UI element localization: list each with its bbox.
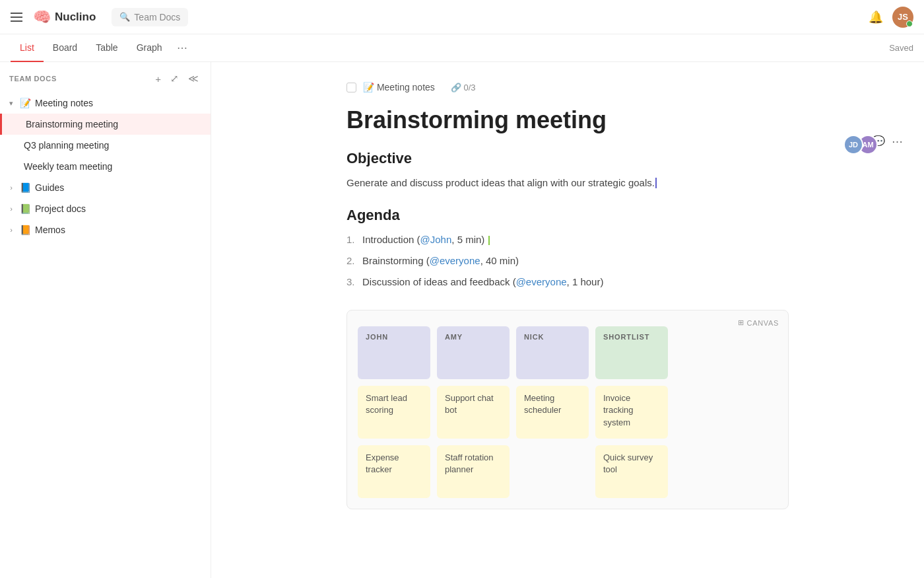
sidebar-item-meeting-notes[interactable]: ▾ 📝 Meeting notes (0, 92, 211, 114)
content-inner: 📝 Meeting notes 🔗 0/3 JD AM 💬 ⋯ Brainsto… (320, 62, 815, 536)
canvas-col-amy: AMY (437, 326, 510, 379)
sidebar-item-weekly[interactable]: Weekly team meeting (0, 156, 211, 177)
canvas-label-text: CANVAS (747, 319, 779, 327)
collaborator-avatar-1[interactable]: JD (843, 135, 863, 155)
sidebar: TEAM DOCS + ⤢ ≪ ▾ 📝 Meeting notes Brains… (0, 62, 211, 578)
expand-button[interactable]: ⤢ (168, 71, 182, 86)
progress-value: 0/3 (463, 83, 475, 92)
bell-icon[interactable]: 🔔 (869, 10, 883, 24)
agenda-list: 1. Introduction (@John, 5 min) 2. Brains… (346, 232, 789, 290)
canvas-grid: JOHN AMY NICK SHORTLIST Smart lead scori… (358, 326, 777, 498)
canvas-card-2-2[interactable]: Staff rotation planner (437, 445, 510, 498)
canvas-card-1-1[interactable]: Smart lead scoring (358, 386, 430, 439)
doc-title: Brainstorming meeting (346, 106, 789, 134)
agenda-item-3-text: Discussion of ideas and feedback (@every… (362, 274, 603, 290)
search-icon: 🔍 (119, 12, 130, 22)
user-avatar[interactable]: JS (892, 7, 913, 28)
canvas-col-nick: NICK (516, 326, 589, 379)
collaborator-avatars: JD AM (843, 135, 878, 155)
chevron-right-icon-3: › (7, 226, 16, 234)
hamburger-menu[interactable] (11, 13, 22, 22)
doc-progress: 🔗 0/3 (451, 83, 476, 92)
chevron-right-icon: › (7, 184, 16, 192)
search-placeholder: Team Docs (134, 12, 180, 22)
sidebar-header: TEAM DOCS + ⤢ ≪ (0, 62, 211, 92)
agenda-item-2-text: Brainstorming (@everyone, 40 min) (362, 253, 519, 269)
meeting-notes-icon: 📝 (20, 98, 31, 108)
text-cursor (655, 178, 657, 188)
agenda-item-2: 2. Brainstorming (@everyone, 40 min) (346, 253, 789, 269)
search-bar[interactable]: 🔍 Team Docs (112, 8, 188, 26)
canvas-col-john: JOHN (358, 326, 430, 379)
projectdocs-icon: 📗 (20, 203, 31, 214)
logo-icon: 🧠 (33, 9, 51, 26)
tab-table[interactable]: Table (86, 34, 127, 62)
collapse-button[interactable]: ≪ (185, 71, 201, 86)
breadcrumb-label: Meeting notes (377, 82, 435, 92)
canvas-label: ⊞ CANVAS (738, 318, 779, 327)
sidebar-item-q3planning-label: Q3 planning meeting (24, 140, 201, 151)
doc-header: 📝 Meeting notes 🔗 0/3 (346, 82, 789, 92)
add-item-button[interactable]: + (152, 72, 164, 86)
canvas-card-2-1[interactable]: Expense tracker (358, 445, 430, 498)
sidebar-item-weekly-label: Weekly team meeting (24, 161, 201, 172)
canvas-icon: ⊞ (738, 318, 744, 327)
memos-icon: 📙 (20, 225, 31, 235)
chevron-down-icon: ▾ (7, 99, 16, 108)
sidebar-item-memos-label: Memos (35, 225, 188, 235)
tab-board[interactable]: Board (44, 34, 86, 62)
content-area: 📝 Meeting notes 🔗 0/3 JD AM 💬 ⋯ Brainsto… (211, 62, 924, 578)
tab-list[interactable]: List (11, 34, 44, 62)
cursor-john (488, 236, 490, 245)
doc-checkbox[interactable] (346, 83, 356, 92)
more-options-button[interactable]: ⋯ (892, 135, 903, 149)
agenda-heading: Agenda (346, 207, 789, 224)
sidebar-item-q3planning[interactable]: Q3 planning meeting (0, 135, 211, 156)
main-layout: TEAM DOCS + ⤢ ≪ ▾ 📝 Meeting notes Brains… (0, 62, 924, 578)
sidebar-item-guides-label: Guides (35, 182, 188, 193)
mention-john: @John (420, 234, 452, 245)
agenda-num-1: 1. (346, 232, 360, 248)
canvas-card-2-3-empty (516, 445, 589, 498)
nav-right: 🔔 JS (869, 7, 913, 28)
logo: 🧠 Nuclino (33, 9, 96, 26)
sidebar-team-name: TEAM DOCS (9, 75, 147, 83)
canvas-container: ⊞ CANVAS JOHN AMY NICK SHORTLIST (346, 310, 789, 509)
progress-icon: 🔗 (451, 83, 461, 92)
agenda-num-2: 2. (346, 253, 360, 269)
sidebar-actions: + ⤢ ≪ (152, 71, 201, 86)
saved-label: Saved (889, 43, 913, 53)
tab-bar: List Board Table Graph ⋯ Saved (0, 34, 924, 62)
agenda-num-3: 3. (346, 274, 360, 290)
sidebar-item-brainstorming[interactable]: Brainstorming meeting (0, 114, 211, 135)
tab-more-icon[interactable]: ⋯ (174, 42, 190, 54)
canvas-col-shortlist: SHORTLIST (595, 326, 668, 379)
guides-icon: 📘 (20, 182, 31, 193)
canvas-card-1-3[interactable]: Meeting scheduler (516, 386, 589, 439)
agenda-item-1-text: Introduction (@John, 5 min) (362, 232, 490, 248)
top-nav: 🧠 Nuclino 🔍 Team Docs 🔔 JS (0, 0, 924, 34)
agenda-item-1: 1. Introduction (@John, 5 min) (346, 232, 789, 248)
sidebar-item-guides[interactable]: › 📘 Guides (0, 177, 211, 198)
agenda-item-3: 3. Discussion of ideas and feedback (@ev… (346, 274, 789, 290)
objective-text: Generate and discuss product ideas that … (346, 175, 789, 191)
sidebar-item-brainstorming-label: Brainstorming meeting (26, 119, 201, 129)
chevron-right-icon-2: › (7, 205, 16, 213)
logo-text: Nuclino (55, 11, 96, 24)
mention-everyone-2: @everyone (516, 276, 567, 287)
tab-graph[interactable]: Graph (127, 34, 172, 62)
sidebar-item-projectdocs-label: Project docs (35, 203, 188, 214)
canvas-card-1-4[interactable]: Invoice tracking system (595, 386, 668, 439)
sidebar-item-memos[interactable]: › 📙 Memos (0, 219, 211, 240)
sidebar-item-projectdocs[interactable]: › 📗 Project docs (0, 198, 211, 219)
canvas-card-2-4[interactable]: Quick survey tool (595, 445, 668, 498)
mention-everyone-1: @everyone (430, 255, 480, 266)
breadcrumb-icon: 📝 (363, 82, 374, 92)
doc-breadcrumb: 📝 Meeting notes (363, 82, 435, 92)
objective-heading: Objective (346, 150, 789, 167)
canvas-card-1-2[interactable]: Support chat bot (437, 386, 510, 439)
sidebar-item-meeting-notes-label: Meeting notes (35, 98, 188, 108)
objective-text-content: Generate and discuss product ideas that … (346, 177, 655, 188)
